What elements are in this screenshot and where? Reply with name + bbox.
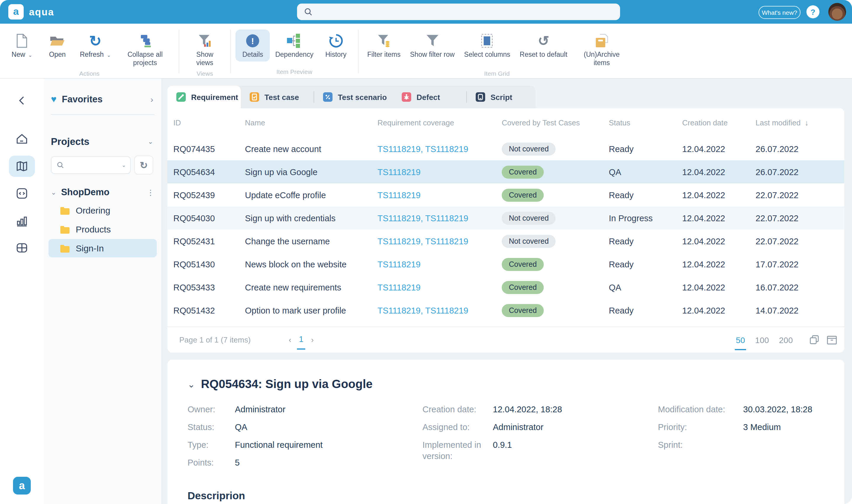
filter-items-button[interactable]: Filter items [363,30,405,61]
requirement-icon [176,92,186,102]
global-search[interactable] [297,3,620,20]
tab-requirement[interactable]: Requirement [167,86,241,108]
collapse-sidebar-button[interactable] [17,95,27,106]
table-row[interactable]: RQ053433Create new requirements TS111821… [167,276,844,299]
nav-dashboard-button[interactable] [9,237,35,258]
nav-home-button[interactable] [9,128,35,150]
tab-script[interactable]: Script [467,86,536,108]
table-row[interactable]: RQ074435Create new account TS1118219, TS… [167,137,844,160]
table-row[interactable]: RQ051432Option to mark user profile TS11… [167,299,844,322]
pager: ‹ 1 › [289,335,313,345]
test-scenario-icon [323,92,332,102]
coverage-links[interactable]: TS1118219, TS1118219 [378,236,502,246]
reset-to-default-button[interactable]: ↺ Reset to default [515,30,572,61]
covered-badge: Covered [502,258,544,271]
chevron-down-icon[interactable]: ⌄ [187,379,195,390]
column-header-status[interactable]: Status [609,118,682,127]
coverage-links[interactable]: TS1118219, TS1118219 [378,213,502,223]
help-button[interactable]: ? [806,5,819,18]
show-filter-row-icon [425,33,439,49]
projects-header[interactable]: Projects ⌄ [51,136,153,147]
dependency-button[interactable]: Dependency [271,30,318,61]
table-row[interactable]: RQ054030Sign up with credentials TS11182… [167,206,844,230]
field-sprint: Sprint: [658,439,824,450]
column-header-created[interactable]: Creation date [682,118,756,127]
prev-page-button[interactable]: ‹ [289,336,291,344]
collapse-projects-icon [137,33,153,49]
nav-reports-button[interactable] [9,210,35,231]
show-views-icon [197,33,213,49]
ribbon-group-label: Item Grid [359,70,635,79]
column-header-covered[interactable]: Covered by Test Cases [502,118,609,127]
table-row[interactable]: RQ054634Sign up via Google TS1118219 Cov… [167,160,844,183]
detail-title: RQ054634: Sign up via Google [201,377,373,391]
column-header-coverage[interactable]: Requirement coverage [378,118,502,127]
history-button[interactable]: History [319,30,353,61]
ribbon-group-label: Views [179,70,230,79]
coverage-links[interactable]: TS1118219, TS1118219 [378,306,502,315]
field-owner: Owner:Administrator [187,404,422,415]
unarchive-items-button[interactable]: (Un)Archive items [573,30,631,70]
page-size-50[interactable]: 50 [736,335,745,345]
select-columns-button[interactable]: Select columns [460,30,514,61]
kebab-menu-icon[interactable]: ⋮ [147,188,155,197]
column-header-id[interactable]: ID [174,118,245,127]
table-row[interactable]: RQ052439Update eCoffe profile TS1118219 … [167,183,844,206]
covered-badge: Not covered [502,235,556,248]
search-input[interactable] [317,7,620,17]
open-button[interactable]: Open [40,30,75,61]
favorites-header[interactable]: ♥ Favorites › [51,94,153,105]
coverage-links[interactable]: TS1118219 [378,259,502,269]
item-type-tabs: Requirement Test case Test scenario Defe [167,86,536,108]
tree-folder-sign-in[interactable]: Sign-In [49,239,157,257]
ribbon-group-views: Show views Views [179,24,230,78]
collapse-all-projects-button[interactable]: Collapse all projects [116,30,174,70]
chevron-down-icon: ⌄ [51,188,56,196]
items-grid-card: ID Name Requirement coverage Covered by … [167,108,844,353]
coverage-links[interactable]: TS1118219 [378,167,502,177]
refresh-button[interactable]: ↻ Refresh ⌄ [76,30,115,61]
tree-node-shopdemo[interactable]: ⌄ ShopDemo ⋮ [51,184,155,200]
table-row[interactable]: RQ051430News block on the website TS1118… [167,253,844,276]
tab-test-case[interactable]: Test case [241,86,313,108]
page-size-100[interactable]: 100 [755,335,769,345]
project-search[interactable]: ⌄ [51,156,131,174]
coverage-links[interactable]: TS1118219 [378,283,502,292]
project-refresh-button[interactable]: ↻ [134,156,153,175]
coverage-links[interactable]: TS1118219 [378,190,502,200]
tab-test-scenario[interactable]: Test scenario [314,86,393,108]
table-row[interactable]: RQ052431Change the username TS1118219, T… [167,230,844,253]
archive-box-icon[interactable] [827,335,837,345]
column-header-modified[interactable]: Last modified↓ [756,118,838,127]
page-number[interactable]: 1 [299,335,304,345]
top-bar: a aqua What's new? ? [0,0,852,24]
aqua-logo-icon: a [8,4,24,19]
field-points: Points:5 [187,457,422,468]
field-priority: Priority:3 Medium [658,422,824,433]
project-search-input[interactable] [68,160,122,170]
open-folder-icon [49,33,66,49]
new-button[interactable]: New ⌄ [5,30,39,61]
tree-folder-ordering[interactable]: Ordering [49,201,157,219]
copy-icon[interactable] [810,335,819,345]
details-button[interactable]: ! Details [235,30,270,61]
chevron-down-icon: ⌄ [29,53,32,58]
folder-icon [60,206,70,214]
chevron-down-icon: ⌄ [122,162,126,168]
next-page-button[interactable]: › [311,336,314,344]
nav-projects-button[interactable] [9,156,35,177]
reset-default-icon: ↺ [538,33,549,49]
tab-defect[interactable]: Defect [393,86,466,108]
coverage-links[interactable]: TS1118219, TS1118219 [378,144,502,154]
show-views-button[interactable]: Show views [184,30,225,70]
covered-badge: Not covered [502,142,556,155]
avatar[interactable] [828,3,846,21]
show-filter-row-button[interactable]: Show filter row [406,30,459,61]
whats-new-button[interactable]: What's new? [759,6,800,19]
grid-footer: Page 1 of 1 (7 items) ‹ 1 › 50 100 200 [167,326,844,353]
ribbon-group-label: Item Preview [231,68,358,78]
column-header-name[interactable]: Name [245,118,378,127]
tree-folder-products[interactable]: Products [49,220,157,238]
page-size-200[interactable]: 200 [779,335,793,345]
nav-scripts-button[interactable] [9,183,35,204]
